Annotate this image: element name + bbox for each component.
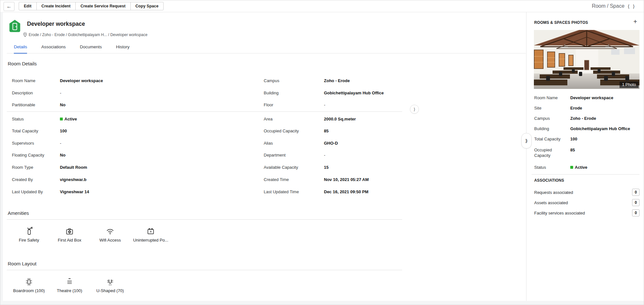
requests-count-badge[interactable]: 0 bbox=[632, 189, 639, 196]
theatre-layout-icon bbox=[65, 277, 74, 287]
next-chevron-icon[interactable]: ⟩ bbox=[633, 4, 635, 9]
field-value: Zoho - Erode bbox=[324, 78, 350, 83]
field-row: StatusActive bbox=[12, 116, 77, 122]
amenity-first-aid-box: First Aid Box bbox=[49, 225, 90, 243]
breadcrumb[interactable]: Erode / Zoho - Erode / Gobichettipalayam… bbox=[23, 32, 147, 37]
layout-label: U-Shaped (70) bbox=[96, 288, 124, 293]
back-button[interactable]: ← bbox=[4, 2, 14, 11]
room-photo-image bbox=[534, 30, 639, 89]
tab-history[interactable]: History bbox=[116, 44, 129, 54]
field-label: Campus bbox=[534, 116, 570, 121]
field-row: Floor- bbox=[264, 101, 325, 108]
section-divider bbox=[7, 270, 402, 270]
layout-u-shaped: U-Shaped (70) bbox=[90, 276, 130, 293]
field-label: Building bbox=[534, 126, 570, 131]
tab-documents[interactable]: Documents bbox=[80, 44, 102, 54]
field-value: - bbox=[324, 153, 325, 157]
field-row: Floating CapacityNo bbox=[12, 152, 65, 158]
room-photo[interactable]: 1 Photo bbox=[534, 30, 639, 89]
sidebar-field-row: StatusActive bbox=[534, 165, 587, 170]
association-row: Requests associated0 bbox=[534, 189, 639, 196]
facility-services-count-badge[interactable]: 0 bbox=[632, 209, 639, 216]
field-value: Developer workspace bbox=[60, 78, 103, 83]
action-button-group: Edit Create Incident Create Service Requ… bbox=[19, 2, 164, 10]
sidebar-field-row: BuildingGobichettipalayam Hub Office bbox=[534, 126, 630, 131]
field-row: Department- bbox=[264, 152, 325, 158]
field-label: Status bbox=[12, 117, 60, 121]
assets-count-badge[interactable]: 0 bbox=[632, 199, 639, 206]
field-value: 15 bbox=[324, 165, 328, 170]
field-row: Room NameDeveloper workspace bbox=[12, 77, 103, 84]
field-value: 85 bbox=[570, 147, 575, 158]
amenity-label: First Aid Box bbox=[58, 238, 81, 243]
field-value: 85 bbox=[324, 129, 328, 133]
field-label: Description bbox=[12, 91, 60, 95]
collapse-sidebar-button[interactable]: ⟫ bbox=[521, 133, 532, 148]
bottom-gutter bbox=[0, 301, 644, 305]
copy-space-button[interactable]: Copy Space bbox=[130, 2, 164, 10]
add-photo-icon[interactable]: + bbox=[633, 18, 637, 25]
field-label: Occupied Capacity bbox=[534, 147, 566, 158]
tab-details[interactable]: Details bbox=[14, 44, 27, 54]
field-row: AliasGHO-D bbox=[264, 140, 338, 146]
layout-label: Boardroom (100) bbox=[13, 288, 45, 293]
field-value: 2000.0 Sq.meter bbox=[324, 117, 356, 121]
field-row: BuildingGobichettipalayam Hub Office bbox=[264, 90, 384, 96]
field-value: No bbox=[60, 102, 65, 107]
field-value: Zoho - Erode bbox=[570, 116, 596, 121]
field-value: 100 bbox=[60, 129, 67, 133]
field-label: Total Capacity bbox=[534, 136, 570, 142]
field-label: Room Name bbox=[534, 95, 570, 100]
field-value: vigneshwar.b bbox=[60, 177, 86, 182]
photo-count-badge: 1 Photo bbox=[620, 81, 639, 88]
room-layout-title: Room Layout bbox=[8, 261, 36, 266]
field-label: Created By bbox=[12, 177, 60, 182]
field-value: Gobichettipalayam Hub Office bbox=[570, 126, 630, 131]
sidebar-field-row: Room NameDeveloper workspace bbox=[534, 95, 613, 100]
field-row: Occupied Capacity85 bbox=[264, 128, 328, 134]
amenities-list: Fire Safety First Aid Box Wifi Access Un… bbox=[9, 225, 171, 243]
field-row: Created TimeNov 10, 2021 05:27 AM bbox=[264, 176, 369, 183]
association-label: Requests associated bbox=[534, 190, 632, 195]
sidebar-field-row: CampusZoho - Erode bbox=[534, 116, 596, 121]
tab-associations[interactable]: Associations bbox=[41, 44, 66, 54]
field-label: Room Name bbox=[12, 78, 60, 83]
expand-panel-button[interactable]: ⟩ bbox=[410, 105, 419, 114]
page-title: Developer workspace bbox=[27, 21, 85, 27]
field-label: Status bbox=[534, 165, 570, 170]
room-details-title: Room Details bbox=[8, 61, 37, 66]
field-label: Supervisors bbox=[12, 141, 60, 146]
expand-panel-icon: ⟩ bbox=[413, 107, 415, 112]
association-label: Facility services associated bbox=[534, 211, 632, 215]
prev-chevron-icon[interactable]: ⟨ bbox=[628, 4, 630, 9]
field-value: - bbox=[60, 141, 61, 146]
left-gutter bbox=[0, 12, 3, 301]
field-value: Developer workspace bbox=[570, 95, 613, 100]
photos-section-title: ROOMS & SPACES PHOTOS bbox=[534, 20, 588, 25]
field-value: - bbox=[324, 102, 325, 107]
field-row: Supervisors- bbox=[12, 140, 61, 146]
field-row: Description- bbox=[12, 90, 61, 96]
create-service-request-button[interactable]: Create Service Request bbox=[75, 2, 131, 10]
association-label: Assets associated bbox=[534, 200, 632, 205]
collapse-sidebar-icon: ⟫ bbox=[525, 138, 528, 143]
layout-boardroom: Boardroom (100) bbox=[9, 276, 49, 293]
status-indicator bbox=[570, 166, 573, 169]
amenity-label: Wifi Access bbox=[99, 238, 121, 243]
field-value: - bbox=[60, 91, 61, 95]
room-icon bbox=[9, 19, 21, 33]
amenity-label: Fire Safety bbox=[19, 238, 39, 243]
amenity-label: Uninterrupted Po... bbox=[133, 238, 168, 243]
field-row: Created Byvigneshwar.b bbox=[12, 176, 86, 183]
back-arrow-icon: ← bbox=[6, 4, 12, 9]
sidebar-divider bbox=[526, 12, 526, 301]
create-incident-button[interactable]: Create Incident bbox=[36, 2, 76, 10]
field-row: Area2000.0 Sq.meter bbox=[264, 116, 356, 122]
sidebar-field-row: SiteErode bbox=[534, 105, 582, 111]
u-shaped-layout-icon bbox=[105, 277, 115, 287]
field-label: Room Type bbox=[12, 165, 60, 170]
field-label: Area bbox=[264, 117, 324, 121]
association-row: Assets associated0 bbox=[534, 199, 639, 206]
field-label: Building bbox=[264, 91, 324, 95]
edit-button[interactable]: Edit bbox=[19, 2, 37, 10]
